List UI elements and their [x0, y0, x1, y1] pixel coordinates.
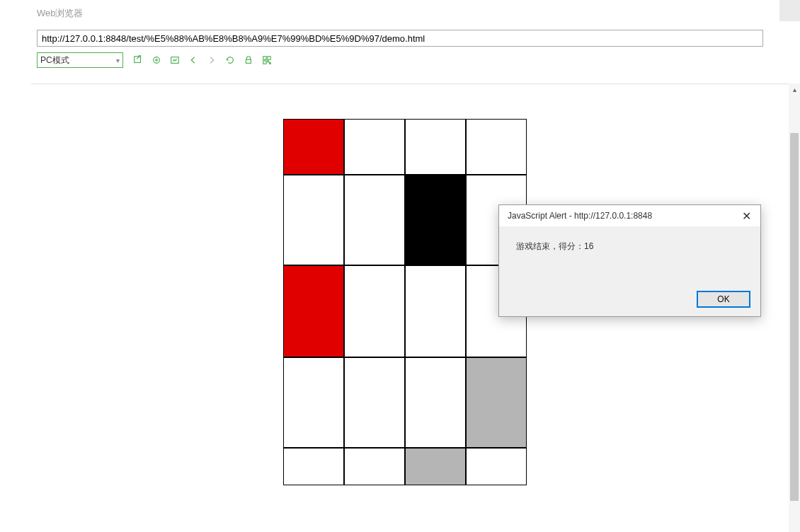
url-input[interactable]	[37, 30, 763, 47]
game-cell-white[interactable]	[466, 119, 527, 175]
svg-rect-4	[246, 59, 251, 63]
game-cell-white[interactable]	[283, 448, 344, 485]
game-cell-black[interactable]	[405, 175, 466, 265]
game-cell-gray[interactable]	[405, 448, 466, 485]
window-control-placeholder	[779, 0, 800, 21]
alert-dialog: JavaScript Alert - http://127.0.0.1:8848…	[498, 204, 761, 317]
game-cell-red[interactable]	[283, 265, 344, 357]
back-icon[interactable]	[184, 52, 202, 68]
game-cell-gray[interactable]	[466, 357, 527, 448]
game-row	[283, 119, 527, 175]
scroll-up-icon[interactable]: ▴	[789, 83, 800, 95]
game-cell-white[interactable]	[405, 119, 466, 175]
game-cell-white[interactable]	[405, 357, 466, 448]
svg-rect-5	[263, 57, 266, 59]
mode-select[interactable]: PC模式 ▾	[37, 52, 123, 68]
svg-rect-8	[268, 61, 269, 62]
game-grid	[283, 119, 527, 485]
game-cell-white[interactable]	[344, 448, 405, 485]
screenshot-icon[interactable]	[166, 52, 184, 68]
game-row	[283, 265, 527, 357]
game-cell-white[interactable]	[344, 357, 405, 448]
svg-rect-6	[268, 57, 270, 59]
game-cell-white[interactable]	[405, 265, 466, 357]
game-row	[283, 357, 527, 448]
game-cell-red[interactable]	[283, 119, 344, 175]
svg-rect-9	[270, 63, 271, 64]
mode-select-label: PC模式	[40, 54, 69, 66]
toolbar: PC模式 ▾	[37, 51, 763, 69]
dialog-message: 游戏结束，得分：16	[499, 226, 760, 253]
game-cell-white[interactable]	[283, 175, 344, 265]
game-row	[283, 175, 527, 265]
svg-point-1	[154, 57, 160, 64]
ok-button[interactable]: OK	[697, 291, 750, 308]
settings-icon[interactable]	[147, 52, 166, 68]
game-cell-white[interactable]	[344, 265, 405, 357]
game-cell-white[interactable]	[466, 448, 527, 485]
open-external-icon[interactable]	[129, 52, 147, 68]
scrollbar[interactable]: ▴	[789, 83, 800, 532]
dialog-titlebar: JavaScript Alert - http://127.0.0.1:8848…	[499, 205, 760, 226]
close-icon[interactable]: ✕	[738, 207, 755, 224]
reload-icon[interactable]	[221, 52, 239, 68]
game-cell-white[interactable]	[344, 175, 405, 265]
qr-icon[interactable]	[258, 52, 276, 68]
scrollbar-thumb[interactable]	[790, 133, 799, 501]
forward-icon[interactable]	[202, 52, 221, 68]
lock-icon[interactable]	[239, 52, 258, 68]
window-title: Web浏览器	[0, 0, 800, 21]
game-row	[283, 448, 527, 485]
svg-rect-7	[263, 61, 266, 64]
chevron-down-icon: ▾	[116, 57, 120, 64]
dialog-title: JavaScript Alert - http://127.0.0.1:8848	[508, 211, 652, 221]
svg-rect-0	[135, 57, 141, 63]
game-cell-white[interactable]	[344, 119, 405, 175]
svg-point-2	[156, 59, 158, 62]
game-cell-white[interactable]	[283, 357, 344, 448]
